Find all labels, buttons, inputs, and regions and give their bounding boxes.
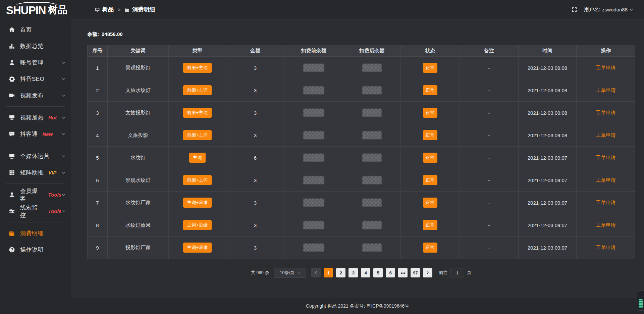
work-order-link[interactable]: 工单申请	[596, 132, 616, 138]
cell-action: 工单申请	[577, 169, 635, 192]
sidebar-divider	[6, 145, 65, 145]
page-button-3[interactable]: 3	[348, 268, 358, 277]
sidebar-item-tag: New	[43, 131, 53, 137]
page-size-value: 10条/页	[280, 270, 294, 276]
status-badge: 正常	[423, 198, 437, 208]
cell-action: 工单申请	[577, 124, 635, 147]
sidebar-item-matrix-boost[interactable]: 矩阵助推VIP	[0, 164, 71, 181]
cell-balance-before	[284, 169, 343, 192]
cell-action: 工单申请	[577, 79, 635, 102]
chevron-down-icon	[61, 93, 66, 98]
table-row: 8水纹灯效果主词+后缀3正常-2021-12-03 09:07工单申请	[88, 214, 635, 237]
cell-index: 9	[88, 237, 108, 259]
cell-amount: 3	[226, 237, 284, 259]
censored-balance-before	[303, 154, 324, 162]
sidebar-item-operation-guide[interactable]: 操作说明	[0, 242, 71, 258]
sidebar-item-media-operation[interactable]: 全媒体运营	[0, 148, 71, 164]
sidebar-item-member-leads[interactable]: 会员爆客Tools	[0, 187, 71, 203]
sidebar-item-data-overview[interactable]: 数据总览	[0, 38, 71, 54]
sidebar-item-consumption-detail[interactable]: 消费明细	[0, 225, 71, 242]
cell-index: 5	[88, 147, 108, 169]
balance-value: 24856.00	[102, 31, 123, 37]
censored-balance-before	[303, 176, 324, 184]
sidebar-item-video-heat[interactable]: 视频加热Hot	[0, 109, 71, 126]
chevron-left-icon	[314, 271, 318, 275]
sidebar-item-account-management[interactable]: 账号管理	[0, 54, 71, 71]
logo-arc-decoration	[16, 2, 57, 5]
cell-status: 正常	[401, 214, 460, 237]
sidebar-item-label: 全媒体运营	[20, 152, 50, 160]
pagination-goto: 前往页	[439, 268, 471, 277]
page-button-4[interactable]: 4	[361, 268, 370, 277]
video-icon	[9, 92, 15, 99]
page-button-1[interactable]: 1	[324, 268, 333, 277]
chevron-down-icon	[61, 60, 66, 65]
brand-logo[interactable]: SHUPIN 树品	[0, 0, 71, 21]
cell-remark: -	[460, 102, 519, 124]
cell-status: 正常	[401, 57, 460, 79]
work-order-link[interactable]: 工单申请	[596, 65, 616, 70]
cell-remark: -	[460, 57, 519, 79]
cell-action: 工单申请	[577, 214, 635, 237]
fullscreen-icon[interactable]	[572, 7, 577, 12]
main-column: 树品>消费明细 用户名: zswodun88 余额:24856.00	[71, 0, 644, 314]
cell-time: 2021-12-03 09:08	[519, 57, 577, 79]
pagination-ellipsis[interactable]: •••	[398, 268, 408, 277]
page-button-97[interactable]: 97	[411, 268, 420, 277]
sidebar-item-label: 抖客通	[20, 130, 38, 138]
cell-remark: -	[460, 237, 519, 259]
cell-balance-before	[284, 57, 343, 79]
breadcrumb-item-2[interactable]: 消费明细	[124, 6, 155, 13]
page-size-select[interactable]: 10条/页	[274, 268, 306, 278]
status-badge: 正常	[423, 85, 437, 95]
sidebar-item-label: 会员爆客	[20, 187, 44, 203]
work-order-link[interactable]: 工单申请	[596, 245, 616, 250]
page-button-6[interactable]: 6	[386, 268, 395, 277]
balance-label: 余额:	[87, 31, 99, 37]
status-badge: 正常	[423, 243, 437, 253]
page-button-2[interactable]: 2	[336, 268, 345, 277]
home-icon	[9, 27, 15, 33]
chevron-down-icon	[61, 170, 66, 175]
sidebar-item-clue-monitor[interactable]: 线索监控Tools	[0, 203, 71, 219]
sidebar-item-label: 数据总览	[20, 42, 44, 50]
work-order-link[interactable]: 工单申请	[596, 177, 616, 183]
user-area: 用户名: zswodun88	[572, 6, 633, 13]
next-page-button[interactable]	[423, 268, 432, 277]
work-order-link[interactable]: 工单申请	[596, 87, 616, 93]
table-row: 3文旅投影灯前缀+主词3正常-2021-12-03 09:08工单申请	[88, 102, 635, 124]
floating-widget[interactable]	[637, 291, 644, 311]
page-button-5[interactable]: 5	[373, 268, 383, 277]
app-root: SHUPIN 树品 首页数据总览账号管理抖音SEO视频发布视频加热Hot抖客通N…	[0, 0, 644, 314]
cell-index: 7	[88, 192, 108, 214]
cell-status: 正常	[401, 124, 460, 147]
prev-page-button[interactable]	[311, 268, 321, 277]
content-area: 余额:24856.00 序号关键词类型金额扣费前余额扣费后余额状态备注时间操作 …	[71, 19, 644, 298]
user-dropdown[interactable]: 用户名: zswodun88	[584, 6, 633, 13]
wallet-icon	[124, 7, 130, 12]
cell-type: 前缀+主词	[169, 124, 226, 147]
table-row: 1景观投影灯前缀+主词3正常-2021-12-03 09:08工单申请	[88, 57, 635, 79]
cell-balance-after	[343, 57, 401, 79]
sidebar-item-tag: Hot	[48, 115, 57, 120]
work-order-link[interactable]: 工单申请	[596, 155, 616, 160]
sidebar-item-home[interactable]: 首页	[0, 21, 71, 38]
table-row: 4文旅投影前缀+主词3正常-2021-12-03 09:08工单申请	[88, 124, 635, 147]
work-order-link[interactable]: 工单申请	[596, 200, 616, 205]
work-order-link[interactable]: 工单申请	[596, 110, 616, 115]
cell-status: 正常	[401, 102, 460, 124]
cell-status: 正常	[401, 237, 460, 259]
censored-balance-before	[303, 244, 324, 252]
sidebar-item-douketong[interactable]: 抖客通New	[0, 126, 71, 142]
chevron-down-icon	[61, 132, 66, 136]
cell-keyword: 景观水纹灯	[108, 169, 169, 192]
cell-type: 前缀+主词	[169, 57, 226, 79]
breadcrumb-item-1[interactable]: 树品	[95, 6, 114, 13]
goto-page-input[interactable]	[450, 268, 464, 277]
sidebar-item-douyin-seo[interactable]: 抖音SEO	[0, 71, 71, 87]
grid-icon	[9, 169, 15, 176]
sidebar-item-video-publish[interactable]: 视频发布	[0, 87, 71, 104]
censored-balance-after	[362, 131, 382, 139]
work-order-link[interactable]: 工单申请	[596, 222, 616, 228]
chevron-down-icon	[61, 154, 66, 158]
